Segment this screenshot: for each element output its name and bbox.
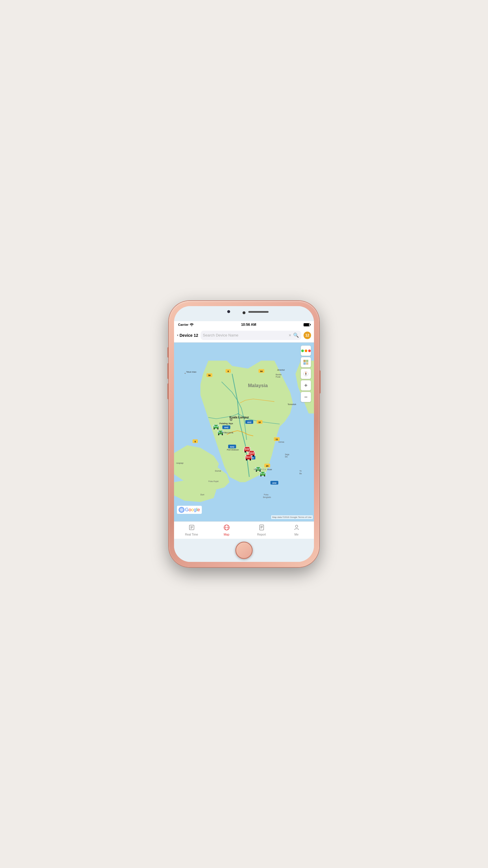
svg-text:AH2: AH2 [224,426,229,429]
device-count-badge[interactable]: 12 [303,332,311,339]
svg-text:AH2: AH2 [272,482,277,484]
svg-point-46 [245,451,246,453]
layer-button[interactable] [301,357,311,368]
svg-text:Temerloh: Temerloh [288,403,296,406]
app-header: ▾ Device 12 Search Device Name ✕ 🔍 12 [174,328,314,343]
svg-text:Malaysia: Malaysia [248,383,268,388]
svg-text:11: 11 [275,438,278,441]
compass-button[interactable] [301,369,311,379]
tab-report[interactable]: Report [244,522,279,539]
realtime-icon [189,524,195,532]
svg-text:Pulau: Pulau [264,494,268,496]
phone-device: Carrier 10:56 AM ▾ Device 12 [169,301,319,567]
volume-up-button[interactable] [167,363,169,379]
svg-point-110 [180,508,183,512]
battery-indicator [303,323,310,327]
map-controls: + − [301,345,311,402]
svg-rect-119 [260,525,264,530]
svg-point-77 [185,373,186,374]
orange-dot [305,349,307,352]
report-label: Report [257,533,266,536]
svg-text:Pulau Rupat: Pulau Rupat [208,480,219,483]
svg-rect-35 [218,431,220,432]
tab-map[interactable]: Map [209,522,244,539]
map-icon [224,524,230,532]
tab-realtime[interactable]: Real Time [174,522,209,539]
svg-text:nsiapiapi: nsiapiapi [176,462,183,464]
power-button[interactable] [319,370,321,394]
chevron-down-icon: ▾ [177,334,178,337]
map-svg: AH2 AH2 AH2 5 58 8 64 11 [174,343,314,521]
svg-point-37 [218,434,220,435]
svg-text:Ba: Ba [299,472,302,474]
svg-rect-73 [264,472,265,474]
zoom-out-button[interactable]: − [301,392,311,402]
svg-point-31 [217,428,219,430]
device-name-label: Device 12 [180,333,198,338]
screen: Carrier 10:56 AM ▾ Device 12 [174,321,314,539]
svg-text:Petaling Jaya: Petaling Jaya [220,422,233,425]
google-circle-icon [178,507,185,513]
svg-text:5: 5 [195,440,196,443]
svg-text:58: 58 [208,374,210,377]
home-button[interactable] [235,541,253,559]
search-bar[interactable]: Search Device Name ✕ 🔍 [201,331,301,340]
mute-button[interactable] [167,347,169,358]
svg-text:24: 24 [266,465,268,467]
svg-point-56 [253,455,254,456]
zoom-out-icon: − [304,394,307,400]
svg-point-123 [295,525,298,527]
svg-point-63 [250,459,251,460]
svg-text:PUTRAJAYA: PUTRAJAYA [220,432,234,434]
volume-down-button[interactable] [167,383,169,399]
map-label: Map [224,533,229,536]
green-dot [301,349,304,352]
svg-text:Dis: Dis [285,456,288,458]
home-indicator-area [174,539,314,562]
svg-text:Dumai: Dumai [215,470,221,472]
speaker-slot [248,311,268,313]
svg-point-38 [222,434,223,435]
svg-point-84 [231,419,232,420]
svg-text:Teluk Intan: Teluk Intan [186,371,196,373]
google-text: Google [185,507,200,513]
svg-text:MALACCA: MALACCA [254,468,266,471]
map-attribution: Map data ©2016 Google Terms of Use [271,515,313,519]
camera-dot [242,311,246,314]
status-dots [301,349,311,352]
status-dots-button[interactable] [301,345,311,356]
phone-top-bar [174,306,314,321]
svg-point-75 [264,475,265,476]
svg-point-30 [214,428,215,430]
me-icon [293,524,300,532]
search-icon[interactable]: 🔍 [293,333,299,338]
phone-screen-area: Carrier 10:56 AM ▾ Device 12 [174,306,314,562]
svg-rect-72 [260,472,262,474]
google-logo: Google [177,506,202,514]
red-dot [308,349,311,352]
status-time: 10:56 AM [241,322,256,327]
carrier-label: Carrier [178,323,194,327]
status-bar: Carrier 10:56 AM [174,321,314,328]
tab-me[interactable]: Me [279,522,314,539]
svg-text:64: 64 [260,370,263,373]
svg-point-0 [191,326,192,327]
svg-rect-103 [306,360,308,362]
zoom-in-button[interactable]: + [301,380,311,391]
search-clear-icon[interactable]: ✕ [289,333,291,337]
compass-icon [303,371,309,377]
realtime-label: Real Time [185,533,198,536]
search-placeholder-text: Search Device Name [203,333,287,337]
svg-rect-105 [306,363,308,365]
svg-text:Kuala Lumpur: Kuala Lumpur [230,416,249,419]
svg-text:Yo: Yo [299,470,302,472]
tab-bar: Real Time Map [174,521,314,539]
svg-text:Duri: Duri [200,493,204,496]
svg-text:AH2: AH2 [230,445,234,448]
zoom-in-icon: + [304,382,307,388]
svg-point-109 [305,373,306,374]
map-area[interactable]: AH2 AH2 AH2 5 58 8 64 11 [174,343,314,521]
svg-rect-102 [303,360,305,362]
svg-text:Bandar: Bandar [276,374,282,376]
device-selector[interactable]: ▾ Device 12 [177,333,198,338]
